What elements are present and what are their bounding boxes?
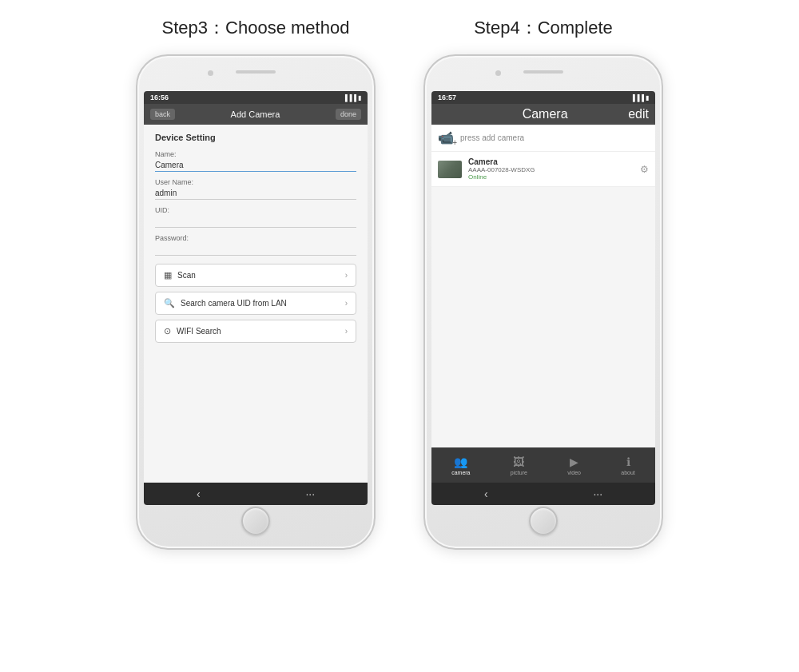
phone4-edit-button[interactable]: edit [628,107,649,121]
scan-chevron: › [345,271,348,280]
phone4-screen: 16:57 ▐▐▐ ▮ Camera edit [431,91,655,505]
phone4-nav-bar: Camera edit [431,104,655,125]
wifi-search-icon: ⊙ [164,326,171,336]
phone3-status-icons: ▐▐▐ ▮ [343,94,361,101]
phone3-done-button[interactable]: done [336,109,361,120]
wifi-search-button[interactable]: ⊙ WIFI Search › [155,320,356,343]
phone-step3: 16:56 ▐▐▐ ▮ back Add Camera done [136,54,376,550]
phone3-nav-title: Add Camera [231,109,280,119]
tab-camera-label: camera [451,470,470,475]
phone3-speaker [236,70,276,74]
plus-icon: + [452,138,457,147]
phone3-content: Device Setting Name: User Name: UID: [144,125,368,483]
phone3-camera-dot [208,70,213,76]
search-lan-icon: 🔍 [164,298,175,308]
camera-uid: AAAA-007028-WSDXG [468,166,634,173]
username-label: User Name: [155,178,356,186]
add-camera-icon: 📹 + [438,130,454,145]
phone4-status-icons: ▐▐▐ ▮ [630,94,649,101]
tab-video[interactable]: ▶ video [567,455,581,475]
search-lan-label: Search camera UID from LAN [181,299,287,308]
name-label: Name: [155,150,356,158]
phone3-bottom-bar: ‹ ··· [144,483,368,505]
phone3-menu-icon[interactable]: ··· [305,487,315,500]
phone3-signal: ▐▐▐ [343,94,356,101]
phone4-bottom [529,505,558,537]
scan-button[interactable]: ▦ Scan › [155,264,356,287]
scan-icon: ▦ [164,270,172,280]
step3-title: Step3：Choose method [136,16,376,40]
name-row: Name: [155,150,356,172]
step4-title: Step4：Complete [423,16,663,40]
uid-label: UID: [155,206,356,214]
uid-input[interactable] [155,215,356,228]
username-row: User Name: [155,178,356,200]
tab-about-icon: ℹ [626,455,630,468]
phone4-tab-bar: 👥 camera 🖼 picture ▶ video ℹ [431,447,655,483]
phone4-battery: ▮ [646,94,649,101]
tab-about[interactable]: ℹ about [621,455,635,475]
camera-thumbnail [438,161,462,178]
tab-video-icon: ▶ [570,455,578,468]
tab-about-label: about [621,470,635,475]
camera-video-icon: 📹 [438,130,454,145]
tab-camera[interactable]: 👥 camera [451,455,470,475]
phone4-speaker [523,70,563,74]
phones-row: 16:56 ▐▐▐ ▮ back Add Camera done [0,54,799,550]
phone3-screen: 16:56 ▐▐▐ ▮ back Add Camera done [144,91,368,505]
phone3-time: 16:56 [150,93,169,101]
tab-camera-icon: 👥 [454,455,467,468]
camera-list-item[interactable]: Camera AAAA-007028-WSDXG Online ⚙ [431,152,655,187]
password-input[interactable] [155,243,356,256]
phone4-menu-icon[interactable]: ··· [593,487,602,500]
phone4-inner: 16:57 ▐▐▐ ▮ Camera edit [431,67,655,537]
phone4-time: 16:57 [438,93,456,101]
camera-status: Online [468,173,634,181]
phone3-inner: 16:56 ▐▐▐ ▮ back Add Camera done [144,67,368,537]
scan-label: Scan [177,271,196,280]
search-lan-chevron: › [345,299,348,308]
phone3-status-bar: 16:56 ▐▐▐ ▮ [144,91,368,104]
wifi-search-label: WIFI Search [177,327,221,336]
uid-row: UID: [155,206,356,228]
step-titles-row: Step3：Choose method Step4：Complete [0,16,799,40]
add-camera-row[interactable]: 📹 + press add camera [431,125,655,152]
phone4-status-bar: 16:57 ▐▐▐ ▮ [431,91,655,104]
name-input[interactable] [155,159,356,172]
phone4-camera-dot [495,70,501,76]
phone3-back-button[interactable]: back [150,109,175,120]
device-setting-title: Device Setting [155,133,356,142]
tab-video-label: video [567,470,581,475]
password-row: Password: [155,234,356,256]
wifi-search-left: ⊙ WIFI Search [164,326,221,336]
search-lan-left: 🔍 Search camera UID from LAN [164,298,287,308]
phone-step4: 16:57 ▐▐▐ ▮ Camera edit [423,54,663,550]
tab-picture[interactable]: 🖼 picture [511,455,527,475]
phone3-top [144,67,368,91]
phone4-bottom-bar: ‹ ··· [431,483,655,505]
phone3-back-nav-icon[interactable]: ‹ [197,487,201,500]
search-lan-button[interactable]: 🔍 Search camera UID from LAN › [155,292,356,315]
phone4-content: 📹 + press add camera Camera [431,125,655,447]
phone4-home-button[interactable] [529,507,558,535]
phone3-battery: ▮ [358,94,361,101]
camera-info: Camera AAAA-007028-WSDXG Online [468,157,634,181]
phone4-signal: ▐▐▐ [630,94,644,101]
phone3-bottom [241,505,270,537]
camera-thumb-image [438,161,462,178]
phone3-home-button[interactable] [241,507,270,535]
camera-name: Camera [468,157,634,166]
phone4-top [431,67,655,91]
phone3-nav-bar: back Add Camera done [144,104,368,125]
tab-picture-icon: 🖼 [513,455,524,468]
scan-button-left: ▦ Scan [164,270,196,280]
phone4-nav-title: Camera [523,107,568,121]
phone4-back-nav-icon[interactable]: ‹ [484,487,488,500]
wifi-search-chevron: › [345,327,348,336]
camera-settings-icon[interactable]: ⚙ [640,164,649,175]
username-input[interactable] [155,187,356,200]
tab-picture-label: picture [511,470,527,475]
page-container: Step3：Choose method Step4：Complete 16:56… [0,0,799,672]
action-buttons: ▦ Scan › 🔍 Search camera UID from LAN [155,264,356,343]
password-label: Password: [155,234,356,242]
